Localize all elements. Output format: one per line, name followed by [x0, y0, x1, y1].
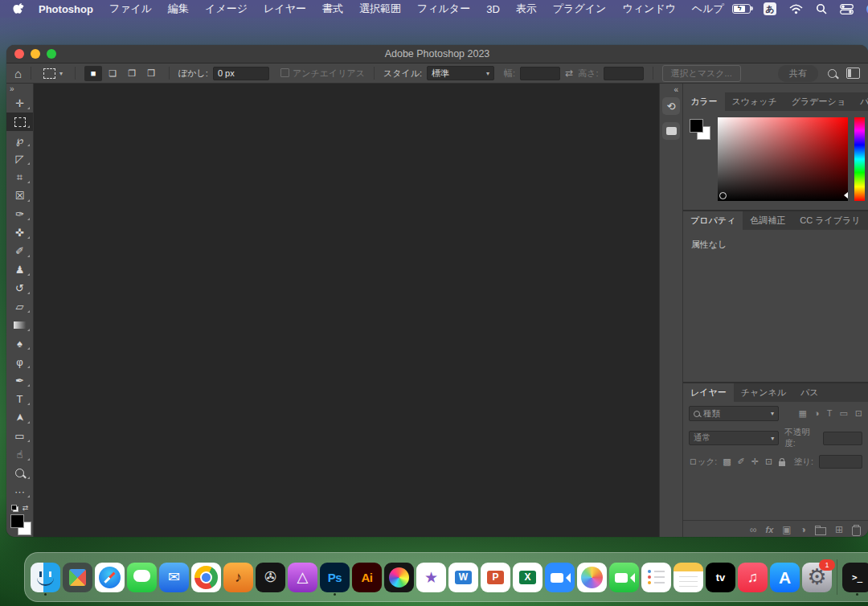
frame-tool[interactable]: ☒	[6, 186, 33, 205]
pen-tool[interactable]: ✒	[6, 371, 33, 390]
lock-image-pixels-icon[interactable]: ✐	[738, 457, 745, 466]
tab-layers[interactable]: レイヤー	[683, 383, 734, 402]
tab-paths[interactable]: パス	[793, 383, 826, 402]
filter-adjustment-layers-icon[interactable]: ◑	[814, 409, 820, 418]
style-select[interactable]: 標準▾	[427, 66, 494, 80]
tab-color[interactable]: カラー	[683, 92, 725, 111]
final-cut-pro[interactable]	[384, 563, 414, 592]
zoom-app[interactable]	[545, 563, 575, 592]
spot-healing-brush-tool[interactable]: ✜	[6, 223, 33, 242]
menu-window[interactable]: ウィンドウ	[614, 2, 684, 16]
input-source-icon[interactable]: あ	[764, 2, 776, 15]
color-picker-marker[interactable]	[719, 192, 727, 199]
terminal[interactable]: >_	[842, 563, 868, 592]
expand-panels-icon[interactable]: «	[674, 84, 682, 97]
share-button[interactable]: 共有	[778, 65, 818, 82]
filter-pixel-layers-icon[interactable]: ▦	[799, 409, 807, 418]
opacity-input[interactable]	[823, 432, 862, 445]
type-tool[interactable]: T	[6, 390, 33, 408]
reminders[interactable]	[641, 563, 671, 592]
object-selection-tool[interactable]: ◸	[6, 149, 33, 168]
height-input[interactable]	[604, 67, 644, 80]
messages[interactable]	[127, 563, 157, 592]
path-selection-tool[interactable]: ➤	[6, 408, 33, 427]
menu-image[interactable]: イメージ	[197, 2, 256, 16]
system-settings[interactable]: ⚙ 1	[802, 563, 832, 592]
imovie[interactable]: ★	[416, 563, 446, 592]
brush-tool[interactable]: ✐	[6, 242, 33, 260]
panel-color-swatches[interactable]	[690, 117, 711, 201]
canvas-area[interactable]	[34, 84, 659, 537]
wifi-icon[interactable]	[789, 4, 803, 14]
launchpad[interactable]	[63, 563, 92, 592]
crop-tool[interactable]: ⌗	[6, 168, 33, 186]
apple-tv[interactable]: tv	[706, 563, 735, 592]
home-icon[interactable]: ⌂	[14, 67, 22, 80]
filter-smart-objects-icon[interactable]: ⊡	[855, 409, 862, 418]
history-brush-tool[interactable]: ↺	[6, 279, 33, 297]
new-layer-icon[interactable]: ⊞	[835, 525, 843, 534]
clone-stamp-tool[interactable]: ♟	[6, 260, 33, 279]
affinity-photo[interactable]: △	[288, 563, 317, 592]
move-tool[interactable]: ✛	[6, 94, 33, 113]
menu-file[interactable]: ファイル	[101, 2, 160, 16]
swap-colors-icon[interactable]: ⇄	[23, 504, 29, 512]
layer-style-icon[interactable]: fx	[766, 526, 774, 534]
toolbar-expand-icon[interactable]: »	[6, 84, 18, 94]
width-input[interactable]	[520, 67, 560, 80]
menu-filter[interactable]: フィルター	[409, 2, 478, 16]
menu-plugins[interactable]: プラグイン	[545, 2, 615, 16]
menu-photoshop[interactable]: Photoshop	[31, 3, 101, 15]
chrome[interactable]	[191, 563, 221, 592]
mail[interactable]: ✉	[159, 563, 189, 592]
select-and-mask-button[interactable]: 選択とマスク...	[662, 65, 741, 82]
foreground-color-swatch[interactable]	[10, 514, 24, 528]
control-center-icon[interactable]	[840, 4, 854, 14]
spotlight-search-icon[interactable]	[816, 3, 827, 14]
tab-properties[interactable]: プロパティ	[683, 211, 743, 230]
hue-slider[interactable]	[854, 117, 865, 201]
tool-preset-picker[interactable]: ▾	[40, 67, 66, 80]
link-layers-icon[interactable]: ∞	[750, 525, 757, 534]
photos[interactable]	[577, 563, 607, 592]
menu-select[interactable]: 選択範囲	[351, 2, 409, 16]
app-store[interactable]: A	[770, 563, 800, 592]
music[interactable]: ♫	[738, 563, 768, 592]
edit-toolbar-button[interactable]: ···	[6, 482, 33, 501]
add-layer-mask-icon[interactable]: ▣	[782, 525, 791, 534]
foreground-color-swatch[interactable]	[690, 119, 703, 133]
apple-menu[interactable]	[10, 2, 31, 15]
tab-channels[interactable]: チャンネル	[734, 383, 793, 402]
gradient-tool[interactable]	[6, 316, 33, 334]
add-to-selection-button[interactable]: ❏	[104, 66, 121, 81]
delete-layer-icon[interactable]	[852, 526, 861, 536]
menu-type[interactable]: 書式	[314, 2, 351, 16]
history-panel-icon[interactable]: ⟲	[662, 97, 680, 115]
hand-tool[interactable]: ☝	[6, 445, 33, 464]
tab-gradients[interactable]: グラデーショ	[784, 92, 853, 111]
comments-panel-icon[interactable]	[662, 122, 680, 140]
illustrator[interactable]: Ai	[352, 563, 382, 592]
tab-adjustments[interactable]: 色調補正	[743, 211, 792, 230]
fill-input[interactable]	[819, 455, 862, 469]
lock-transparent-pixels-icon[interactable]: ▩	[723, 457, 731, 466]
dock-separator[interactable]	[834, 559, 840, 595]
menu-help[interactable]: ヘルプ	[684, 2, 732, 16]
microsoft-word[interactable]: W	[448, 563, 478, 592]
rectangle-tool[interactable]: ▭	[6, 427, 33, 445]
default-colors-icon[interactable]	[11, 505, 18, 512]
new-selection-button[interactable]: ■	[84, 66, 102, 81]
garageband[interactable]: ♪	[223, 563, 253, 592]
subtract-from-selection-button[interactable]: ❐	[123, 66, 141, 81]
saturation-brightness-field[interactable]	[718, 117, 848, 201]
tab-cc-libraries[interactable]: CC ライブラリ	[792, 211, 867, 230]
layers-list[interactable]	[683, 470, 868, 520]
menu-3d[interactable]: 3D	[478, 3, 508, 15]
intersect-selection-button[interactable]: ❒	[142, 66, 160, 81]
lock-artboard-icon[interactable]: ⊡	[765, 457, 772, 466]
filter-type-layers-icon[interactable]: T	[827, 409, 833, 418]
eraser-tool[interactable]: ▱	[6, 297, 33, 316]
lock-position-icon[interactable]: ✛	[751, 457, 759, 466]
photoshop[interactable]: Ps	[320, 563, 350, 592]
microsoft-powerpoint[interactable]: P	[481, 563, 510, 592]
